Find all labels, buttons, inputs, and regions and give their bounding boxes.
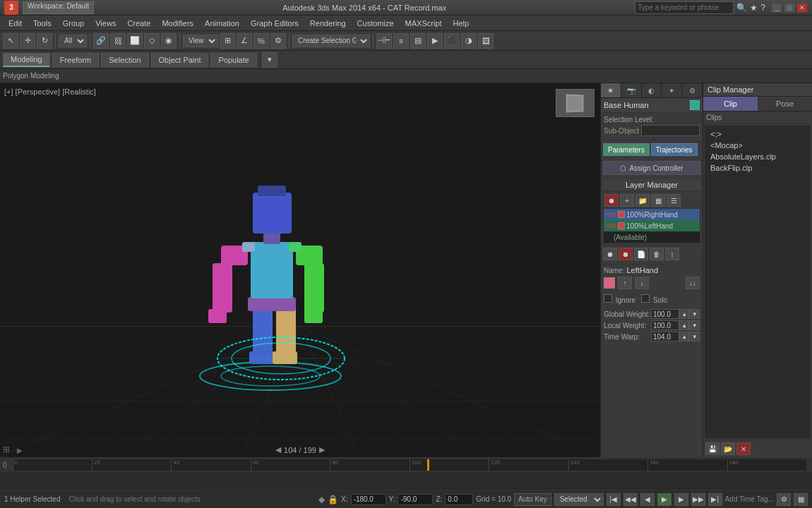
cm-btn-delete[interactable]: ✕ bbox=[736, 442, 751, 455]
base-human-color[interactable] bbox=[690, 100, 700, 110]
viewport-expand[interactable]: ▶ bbox=[17, 447, 23, 454]
local-weight-down[interactable]: ▼ bbox=[689, 320, 700, 330]
timebar[interactable]: 0 0 20 40 60 80 100 120 140 160 180 bbox=[0, 458, 812, 472]
global-weight-input[interactable] bbox=[651, 309, 679, 319]
paint-select[interactable]: ◉ bbox=[161, 33, 177, 49]
lm-grid-btn[interactable]: ▦ bbox=[651, 194, 665, 207]
select-tool[interactable]: ↖ bbox=[3, 33, 18, 49]
go-end-button[interactable]: ▶| bbox=[708, 493, 722, 506]
prev-frame[interactable]: ◀ bbox=[275, 445, 281, 454]
trajectories-button[interactable]: Trajectories bbox=[651, 143, 698, 156]
selected-dropdown[interactable]: Selected bbox=[554, 493, 604, 506]
menu-customize[interactable]: Customize bbox=[352, 18, 400, 29]
layer-foot-btn5[interactable]: ↕ bbox=[665, 248, 679, 260]
next-frame-button[interactable]: ▶ bbox=[674, 493, 688, 506]
render-quick[interactable]: ▶ bbox=[427, 33, 443, 49]
lm-folder-btn[interactable]: 📁 bbox=[635, 194, 650, 207]
view-dropdown[interactable]: View bbox=[183, 35, 218, 47]
layer-mgr-btn[interactable]: ▤ bbox=[410, 33, 426, 49]
prev-key-button[interactable]: ◀◀ bbox=[623, 493, 638, 506]
panel-tab-effects[interactable]: ✦ bbox=[662, 83, 682, 97]
pose-tab[interactable]: Pose bbox=[758, 97, 812, 111]
keyframe-icon[interactable]: ◆ bbox=[318, 495, 325, 504]
help-icon[interactable]: ? bbox=[760, 3, 765, 13]
parameters-button[interactable]: Parameters bbox=[603, 143, 650, 156]
layer-foot-btn1[interactable]: ⏺ bbox=[603, 248, 617, 260]
local-weight-up[interactable]: ▲ bbox=[679, 320, 690, 330]
cm-btn-save[interactable]: 💾 bbox=[705, 442, 720, 455]
lasso-tool[interactable]: ◇ bbox=[144, 33, 160, 49]
z-coord-input[interactable] bbox=[445, 494, 473, 505]
keyword-search[interactable] bbox=[635, 1, 734, 14]
lm-record-btn[interactable]: ⏺ bbox=[604, 194, 619, 207]
close-button[interactable]: ✕ bbox=[796, 3, 808, 13]
name-btn1[interactable]: ↑ bbox=[618, 277, 632, 289]
workspace-dropdown[interactable]: Workspace: Default bbox=[23, 1, 94, 14]
viewport[interactable]: [+] [Perspective] [Realistic] bbox=[0, 83, 600, 457]
time-warp-input[interactable] bbox=[651, 332, 679, 341]
viewport-nav[interactable]: ⊞ bbox=[3, 445, 10, 454]
minimize-button[interactable]: _ bbox=[771, 3, 782, 13]
name-btn3[interactable]: ↓↓ bbox=[686, 277, 700, 289]
clip-item-2[interactable]: AbsoluteLayers.clp bbox=[707, 151, 808, 162]
menu-modifiers[interactable]: Modifiers bbox=[156, 18, 199, 29]
angle-snap[interactable]: ∠ bbox=[237, 33, 252, 49]
panel-tab-env[interactable]: ◐ bbox=[642, 83, 662, 97]
sub-object-input[interactable] bbox=[641, 125, 700, 136]
material-editor[interactable]: ◑ bbox=[461, 33, 477, 49]
menu-tools[interactable]: Tools bbox=[28, 18, 57, 29]
panel-tab-render[interactable]: ☀ bbox=[601, 83, 621, 97]
time-warp-down[interactable]: ▼ bbox=[689, 332, 700, 341]
spinner-snap[interactable]: ⚙ bbox=[270, 33, 286, 49]
layer-row-available[interactable]: (Available) bbox=[604, 231, 700, 243]
tab-selection[interactable]: Selection bbox=[101, 53, 148, 67]
cm-btn-load[interactable]: 📂 bbox=[721, 442, 735, 455]
add-time-tag[interactable]: Add Time Tag... bbox=[725, 495, 774, 503]
clip-item-3[interactable]: BackFlip.clp bbox=[707, 162, 808, 174]
next-frame[interactable]: ▶ bbox=[319, 445, 325, 454]
settings-btn[interactable]: ⚙ bbox=[777, 493, 791, 506]
solo-checkbox[interactable] bbox=[641, 294, 650, 303]
lm-add-btn[interactable]: + bbox=[620, 194, 634, 207]
tab-freeform[interactable]: Freeform bbox=[52, 53, 100, 67]
lock-icon[interactable]: 🔒 bbox=[328, 495, 338, 504]
y-coord-input[interactable] bbox=[398, 494, 433, 505]
time-warp-up[interactable]: ▲ bbox=[679, 332, 690, 341]
select-region[interactable]: ⬜ bbox=[127, 33, 143, 49]
x-coord-input[interactable] bbox=[351, 494, 386, 505]
autokey-button[interactable]: Auto Key bbox=[514, 493, 551, 506]
layer-foot-record[interactable]: ⏺ bbox=[619, 248, 633, 260]
layer-foot-btn3[interactable]: 📄 bbox=[634, 248, 648, 260]
global-weight-up[interactable]: ▲ bbox=[679, 309, 690, 319]
menu-help[interactable]: Help bbox=[448, 18, 475, 29]
rotate-tool[interactable]: ↻ bbox=[37, 33, 52, 49]
panel-tab-settings[interactable]: ⚙ bbox=[682, 83, 703, 97]
render-setup[interactable]: ⬛ bbox=[444, 33, 460, 49]
star-icon[interactable]: ★ bbox=[750, 3, 758, 13]
move-tool[interactable]: ✛ bbox=[20, 33, 35, 49]
go-start-button[interactable]: |◀ bbox=[607, 493, 621, 506]
menu-group[interactable]: Group bbox=[57, 18, 90, 29]
filter-dropdown[interactable]: All bbox=[59, 35, 87, 47]
play-button[interactable]: ▶ bbox=[657, 493, 671, 506]
create-selection-dropdown[interactable]: Create Selection G... bbox=[292, 35, 370, 47]
render-frame[interactable]: 🖼 bbox=[478, 33, 494, 49]
align-tool[interactable]: ≡ bbox=[393, 33, 409, 49]
menu-create[interactable]: Create bbox=[121, 18, 156, 29]
maximize-button[interactable]: □ bbox=[784, 3, 795, 13]
layer-foot-btn4[interactable]: 🗑 bbox=[650, 248, 664, 260]
assign-controller-button[interactable]: ⬡ Assign Controller bbox=[603, 161, 700, 175]
mirror-tool[interactable]: ⊣⊢ bbox=[376, 33, 392, 49]
tab-modeling[interactable]: Modeling bbox=[3, 53, 50, 67]
menu-graph-editors[interactable]: Graph Editors bbox=[245, 18, 304, 29]
menu-maxscript[interactable]: MAXScript bbox=[400, 18, 448, 29]
layer-row-righthand[interactable]: Rbs 100%RightHand bbox=[604, 209, 700, 220]
tab-object-paint[interactable]: Object Paint bbox=[151, 53, 209, 67]
next-key-button[interactable]: ▶▶ bbox=[691, 493, 705, 506]
local-weight-input[interactable] bbox=[651, 320, 679, 330]
panel-tab-camera[interactable]: 📷 bbox=[621, 83, 642, 97]
unlink-tool[interactable]: ⛓ bbox=[110, 33, 126, 49]
layer-row-lefthand[interactable]: Rbs 100%LeftHand bbox=[604, 220, 700, 231]
timetrack[interactable]: 0 20 40 60 80 100 120 140 160 180 bbox=[13, 459, 806, 471]
menu-animation[interactable]: Animation bbox=[199, 18, 245, 29]
